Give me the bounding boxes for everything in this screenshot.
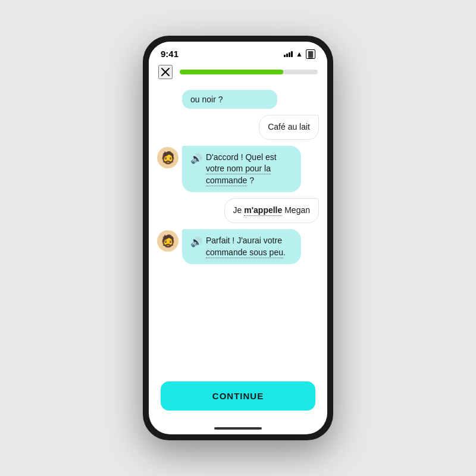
list-item: 🧔 🔊 D'accord ! Quel est votre nom pour l…: [157, 146, 319, 193]
continue-button[interactable]: CONTINUE: [161, 381, 315, 411]
status-bar: 9:41 ▲ ▓: [149, 42, 327, 61]
speaker-icon[interactable]: 🔊: [190, 236, 202, 249]
bubble-right: Je m'appelle Megan: [224, 198, 319, 223]
dotted-word: commande sous peu: [206, 248, 283, 258]
progress-bar-container: [180, 70, 318, 74]
bubble-left: 🔊 D'accord ! Quel est votre nom pour la …: [182, 146, 301, 193]
home-bar: [214, 427, 262, 430]
phone-screen: 9:41 ▲ ▓: [149, 42, 327, 434]
avatar: 🧔: [157, 147, 178, 168]
phone-frame: 9:41 ▲ ▓: [143, 36, 333, 440]
progress-bar-fill: [180, 70, 283, 74]
bubble-left: 🔊 Parfait ! J'aurai votre commande sous …: [182, 229, 301, 264]
bubble-text: ou noir ?: [190, 95, 223, 104]
list-item: 🧔 🔊 Parfait ! J'aurai votre commande sou…: [157, 229, 319, 264]
bubble-text: Café au lait: [268, 122, 310, 131]
list-item: Café au lait: [157, 115, 319, 140]
battery-icon: ▓: [306, 49, 315, 59]
bubble-content: 🔊 Parfait ! J'aurai votre commande sous …: [190, 235, 293, 258]
close-button[interactable]: [158, 65, 173, 79]
dotted-word: votre nom pour la commande: [206, 164, 271, 186]
status-time: 9:41: [161, 49, 178, 59]
home-indicator: [149, 422, 327, 434]
status-icons: ▲ ▓: [284, 49, 315, 59]
wifi-icon: ▲: [296, 50, 303, 58]
list-item: Je m'appelle Megan: [157, 198, 319, 223]
bubble-text: Parfait ! J'aurai votre commande sous pe…: [206, 235, 293, 258]
bottom-area: CONTINUE: [149, 375, 327, 422]
top-bar: [149, 61, 327, 85]
bubble-text: Je m'appelle Megan: [233, 205, 310, 216]
bubble-right: Café au lait: [259, 115, 319, 140]
bubble-text: D'accord ! Quel est votre nom pour la co…: [206, 152, 293, 187]
chat-area: ou noir ? Café au lait 🧔 🔊 D'accord ! Qu…: [149, 85, 327, 375]
signal-icon: [284, 51, 293, 57]
speaker-icon[interactable]: 🔊: [190, 152, 202, 165]
list-item: ou noir ?: [182, 90, 277, 109]
avatar: 🧔: [157, 230, 178, 252]
dotted-word: m'appelle: [244, 205, 282, 216]
bubble-content: 🔊 D'accord ! Quel est votre nom pour la …: [190, 152, 293, 187]
